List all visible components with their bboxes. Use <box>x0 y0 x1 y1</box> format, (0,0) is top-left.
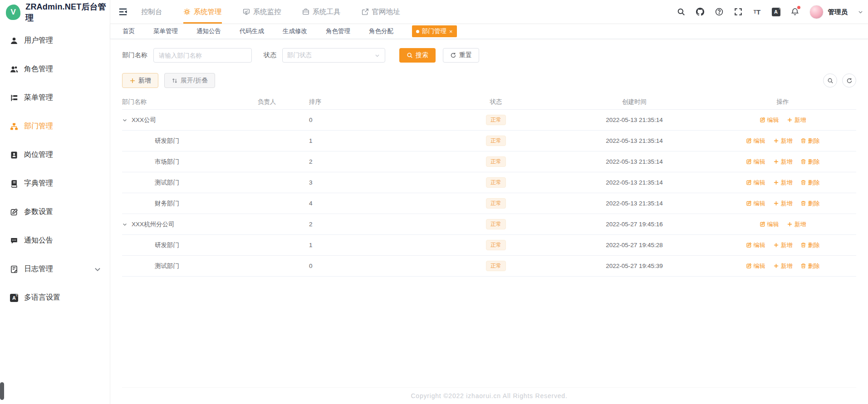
sidebar-item-notices[interactable]: 通知公告 <box>0 226 110 255</box>
nav-item-system-management[interactable]: 系统管理 <box>183 0 222 24</box>
sidebar-item-logs[interactable]: 日志管理 <box>0 255 110 283</box>
delete-button[interactable]: 删除 <box>800 200 820 208</box>
sidebar-item-dictionary[interactable]: 字典管理 <box>0 169 110 198</box>
row-add-button[interactable]: 新增 <box>787 116 806 124</box>
sidebar-item-posts[interactable]: 岗位管理 <box>0 141 110 169</box>
tab-menu-management[interactable]: 菜单管理 <box>153 27 178 35</box>
tab-close-icon[interactable]: × <box>449 29 453 34</box>
sort-cell: 0 <box>296 263 432 269</box>
notification-bell-icon[interactable] <box>790 7 799 16</box>
edit-button[interactable]: 编辑 <box>760 116 779 124</box>
font-size-icon[interactable]: TT <box>753 7 762 16</box>
sidebar-item-label: 字典管理 <box>24 179 53 188</box>
sidebar-scrollbar-thumb[interactable] <box>0 382 4 400</box>
dept-name-input[interactable] <box>153 48 252 63</box>
edit-button[interactable]: 编辑 <box>746 241 765 249</box>
nav-item-system-monitor[interactable]: 系统监控 <box>243 0 281 24</box>
tree-collapse-caret-icon[interactable] <box>122 117 128 123</box>
filter-form: 部门名称 状态 部门状态 搜索 重置 <box>122 48 856 63</box>
search-icon[interactable] <box>677 7 686 16</box>
edit-button[interactable]: 编辑 <box>746 158 765 166</box>
trash-icon <box>800 138 806 144</box>
status-label: 状态 <box>264 51 276 59</box>
edit-button[interactable]: 编辑 <box>746 200 765 208</box>
tab-home[interactable]: 首页 <box>123 27 135 35</box>
sort-cell: 1 <box>296 137 432 144</box>
dept-name: 研发部门 <box>155 241 179 249</box>
dept-name-cell: XXX杭州分公司 <box>122 220 237 229</box>
row-add-button[interactable]: 新增 <box>773 158 793 166</box>
app-logo: V <box>6 5 20 20</box>
sidebar-item-parameters[interactable]: 参数设置 <box>0 198 110 226</box>
sidebar-item-label: 通知公告 <box>24 236 53 245</box>
user-icon <box>10 37 18 45</box>
sidebar-item-languages[interactable]: A文 多语言设置 <box>0 283 110 312</box>
delete-button[interactable]: 删除 <box>800 262 820 270</box>
edit-button[interactable]: 编辑 <box>760 220 779 229</box>
actions-cell: 编辑 新增 <box>709 116 856 124</box>
dept-name-cell: 测试部门 <box>122 262 237 270</box>
add-button[interactable]: 新增 <box>122 73 158 88</box>
row-add-button[interactable]: 新增 <box>773 241 793 249</box>
tab-generation-edit[interactable]: 生成修改 <box>283 27 307 35</box>
row-add-button[interactable]: 新增 <box>773 200 793 208</box>
language-switch-icon[interactable]: Ax <box>772 8 780 16</box>
nav-item-console[interactable]: 控制台 <box>141 0 162 24</box>
status-badge: 正常 <box>486 219 506 230</box>
sidebar-item-menus[interactable]: 菜单管理 <box>0 83 110 112</box>
user-menu-chevron-icon[interactable] <box>858 9 863 15</box>
delete-button[interactable]: 删除 <box>800 158 820 166</box>
delete-button[interactable]: 删除 <box>800 179 820 187</box>
tree-collapse-caret-icon[interactable] <box>122 222 128 227</box>
tab-notices[interactable]: 通知公告 <box>196 27 221 35</box>
nav-item-system-tools[interactable]: 系统工具 <box>302 0 341 24</box>
user-name[interactable]: 管理员 <box>828 8 848 16</box>
tab-role-assignment[interactable]: 角色分配 <box>369 27 393 35</box>
search-button[interactable]: 搜索 <box>399 48 436 63</box>
logo-row[interactable]: V ZRAdmin.NET后台管理 <box>0 0 110 24</box>
help-icon[interactable] <box>715 7 724 16</box>
nav-item-official-site[interactable]: 官网地址 <box>362 0 400 24</box>
org-chart-icon <box>10 122 18 131</box>
github-icon[interactable] <box>696 7 705 16</box>
edit-button[interactable]: 编辑 <box>746 137 765 145</box>
language-icon: A文 <box>10 294 18 302</box>
delete-button[interactable]: 删除 <box>800 241 820 249</box>
sidebar-collapse-icon[interactable] <box>118 7 128 16</box>
reset-button[interactable]: 重置 <box>443 48 479 63</box>
trash-icon <box>800 200 806 206</box>
nav-item-label: 系统监控 <box>253 7 281 17</box>
edit-button[interactable]: 编辑 <box>746 179 765 187</box>
tab-role-management[interactable]: 角色管理 <box>326 27 350 35</box>
sidebar-item-roles[interactable]: 角色管理 <box>0 55 110 83</box>
row-add-button[interactable]: 新增 <box>773 137 793 145</box>
sidebar-item-label: 部门管理 <box>24 122 53 131</box>
sidebar-item-departments[interactable]: 部门管理 <box>0 112 110 141</box>
edit-icon <box>760 117 765 123</box>
toggle-search-button[interactable] <box>823 73 837 88</box>
row-add-button[interactable]: 新增 <box>787 220 806 229</box>
fullscreen-icon[interactable] <box>734 7 743 16</box>
table-row: 测试部门 3 正常 2022-05-13 21:35:14 编辑 新增 删除 <box>122 172 856 193</box>
notification-dot <box>797 6 800 9</box>
edit-button[interactable]: 编辑 <box>746 262 765 270</box>
dept-name-cell: 研发部门 <box>122 137 237 145</box>
tab-code-generation[interactable]: 代码生成 <box>240 27 264 35</box>
table-toolbar: 新增 展开/折叠 <box>122 73 856 88</box>
dept-name: 测试部门 <box>155 179 179 187</box>
dept-status-select[interactable]: 部门状态 <box>282 48 385 63</box>
row-add-button[interactable]: 新增 <box>773 179 793 187</box>
tab-department-management[interactable]: 部门管理 × <box>412 25 457 37</box>
expand-collapse-button[interactable]: 展开/折叠 <box>164 73 215 88</box>
department-table: 部门名称 负责人 排序 状态 创建时间 操作 XXX公司 0 正常 2022-0… <box>122 95 856 277</box>
external-link-icon <box>362 8 369 15</box>
refresh-table-button[interactable] <box>842 73 856 88</box>
user-avatar[interactable] <box>809 5 824 19</box>
delete-button[interactable]: 删除 <box>800 137 820 145</box>
row-add-button[interactable]: 新增 <box>773 262 793 270</box>
plus-icon <box>773 138 779 144</box>
status-cell: 正常 <box>432 156 559 167</box>
table-row: 财务部门 4 正常 2022-05-13 21:35:14 编辑 新增 删除 <box>122 193 856 214</box>
table-header: 部门名称 负责人 排序 状态 创建时间 操作 <box>122 95 856 110</box>
sidebar-item-users[interactable]: 用户管理 <box>0 26 110 55</box>
